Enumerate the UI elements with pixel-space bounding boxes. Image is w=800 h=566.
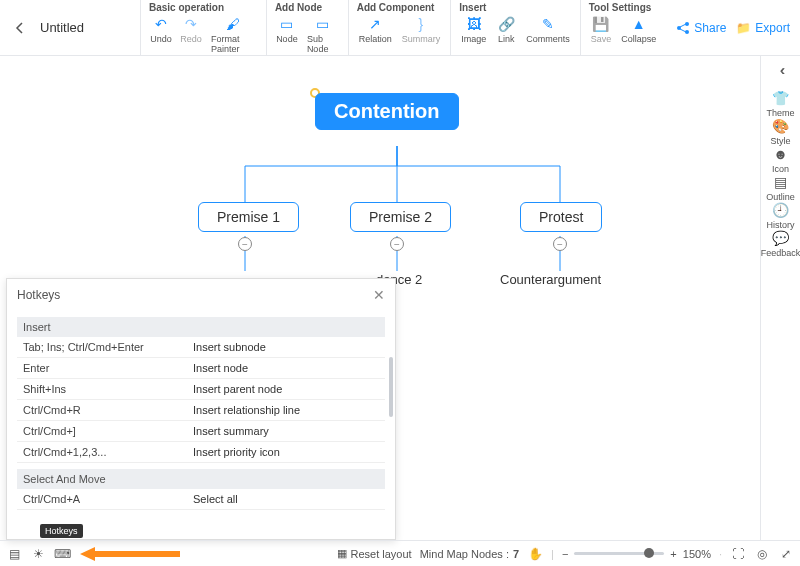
collapse-button[interactable]: ▲Collapse — [617, 14, 660, 46]
subnode-button[interactable]: ▭Sub Node — [303, 14, 342, 56]
hotkeys-title: Hotkeys — [17, 288, 60, 302]
zoom-level: 150% — [683, 548, 711, 560]
undo-button[interactable]: ↶Undo — [147, 14, 175, 56]
node-premise1[interactable]: Premise 1 — [198, 202, 299, 232]
relation-button[interactable]: ↗Relation — [355, 14, 396, 46]
summary-icon: } — [413, 16, 429, 32]
hotkey-row: Ctrl/Cmd+1,2,3...Insert priority icon — [17, 442, 385, 463]
comments-icon: ✎ — [540, 16, 556, 32]
layout-icon: ▦ — [337, 547, 347, 560]
hotkey-row: Shift+InsInsert parent node — [17, 379, 385, 400]
hotkey-row: EnterInsert node — [17, 358, 385, 379]
collapse-toggle[interactable]: − — [238, 237, 252, 251]
tooltip: Hotkeys — [40, 524, 83, 538]
group-header: Tool Settings — [587, 2, 661, 14]
export-button[interactable]: 📁Export — [736, 21, 790, 35]
top-toolbar: Untitled Basic operation↶Undo↷Redo🖌Forma… — [0, 0, 800, 56]
center-icon[interactable]: ◎ — [754, 547, 770, 561]
image-button[interactable]: 🖼Image — [457, 14, 490, 46]
hotkey-row: Ctrl/Cmd+ASelect all — [17, 489, 385, 510]
zoom-controls: − + 150% — [562, 548, 711, 560]
document-title[interactable]: Untitled — [40, 0, 140, 55]
relation-icon: ↗ — [367, 16, 383, 32]
redo-icon: ↷ — [183, 16, 199, 32]
node-premise2[interactable]: Premise 2 — [350, 202, 451, 232]
panel-theme[interactable]: 👕Theme — [761, 90, 800, 118]
bottom-bar: ▤ ☀ ⌨ ▦ Reset layout Mind Map Nodes : 7 … — [0, 540, 800, 566]
hand-icon[interactable]: ✋ — [527, 547, 543, 561]
node-icon: ▭ — [279, 16, 295, 32]
style-icon: 🎨 — [772, 118, 789, 134]
hotkeys-section-header: Insert — [17, 317, 385, 337]
node-protest[interactable]: Protest — [520, 202, 602, 232]
panel-collapse-icon[interactable]: ‹‹ — [780, 62, 781, 78]
summary-button[interactable]: }Summary — [398, 14, 445, 46]
collapse-toggle[interactable]: − — [553, 237, 567, 251]
image-icon: 🖼 — [466, 16, 482, 32]
hotkey-row: Ctrl/Cmd+]Insert summary — [17, 421, 385, 442]
group-header: Basic operation — [147, 2, 260, 14]
link-icon: 🔗 — [498, 16, 514, 32]
theme-toggle-icon[interactable]: ☀ — [30, 547, 46, 561]
fullscreen-icon[interactable]: ⤢ — [778, 547, 794, 561]
hotkeys-section-header: Select And Move — [17, 469, 385, 489]
svg-line-3 — [680, 24, 686, 27]
group-header: Insert — [457, 2, 574, 14]
group-header: Add Component — [355, 2, 445, 14]
outline-icon: ▤ — [774, 174, 787, 190]
svg-line-4 — [680, 29, 686, 32]
right-panel: ‹‹ 👕Theme🎨Style☻Icon▤Outline🕘History💬Fee… — [760, 56, 800, 540]
presentation-icon[interactable]: ▤ — [6, 547, 22, 561]
undo-icon: ↶ — [153, 16, 169, 32]
hotkeys-panel: Hotkeys ✕ InsertTab; Ins; Ctrl/Cmd+Enter… — [6, 278, 396, 540]
hotkey-row: Ctrl/Cmd+RInsert relationship line — [17, 400, 385, 421]
back-button[interactable] — [0, 0, 40, 55]
save-button[interactable]: 💾Save — [587, 14, 616, 46]
format-painter-button[interactable]: 🖌Format Painter — [207, 14, 260, 56]
collapse-toggle[interactable]: − — [390, 237, 404, 251]
panel-outline[interactable]: ▤Outline — [761, 174, 800, 202]
feedback-icon: 💬 — [772, 230, 789, 246]
zoom-out-button[interactable]: − — [562, 548, 568, 560]
reset-layout-button[interactable]: ▦ Reset layout — [337, 547, 412, 560]
panel-style[interactable]: 🎨Style — [761, 118, 800, 146]
root-node[interactable]: Contention — [315, 93, 459, 130]
scrollbar[interactable] — [389, 357, 393, 417]
node-count: Mind Map Nodes : 7 — [420, 548, 519, 560]
icon-icon: ☻ — [773, 146, 788, 162]
share-button[interactable]: Share — [676, 21, 726, 35]
collapse-icon: ▲ — [631, 16, 647, 32]
panel-icon[interactable]: ☻Icon — [761, 146, 800, 174]
save-icon: 💾 — [593, 16, 609, 32]
keyboard-icon[interactable]: ⌨ — [54, 547, 70, 561]
comments-button[interactable]: ✎Comments — [522, 14, 574, 46]
format-painter-icon: 🖌 — [225, 16, 241, 32]
group-header: Add Node — [273, 2, 342, 14]
close-icon[interactable]: ✕ — [373, 287, 385, 303]
subnode-icon: ▭ — [314, 16, 330, 32]
zoom-slider[interactable] — [574, 552, 664, 555]
leaf-node[interactable]: Counterargument — [500, 272, 601, 287]
hotkey-row: Tab; Ins; Ctrl/Cmd+EnterInsert subnode — [17, 337, 385, 358]
link-button[interactable]: 🔗Link — [492, 14, 520, 46]
theme-icon: 👕 — [772, 90, 789, 106]
redo-button[interactable]: ↷Redo — [177, 14, 205, 56]
history-icon: 🕘 — [772, 202, 789, 218]
panel-history[interactable]: 🕘History — [761, 202, 800, 230]
zoom-in-button[interactable]: + — [670, 548, 676, 560]
panel-feedback[interactable]: 💬Feedback — [761, 230, 800, 258]
fit-icon[interactable]: ⛶ — [730, 547, 746, 561]
root-node-selection[interactable]: Contention — [310, 88, 320, 98]
node-button[interactable]: ▭Node — [273, 14, 301, 56]
